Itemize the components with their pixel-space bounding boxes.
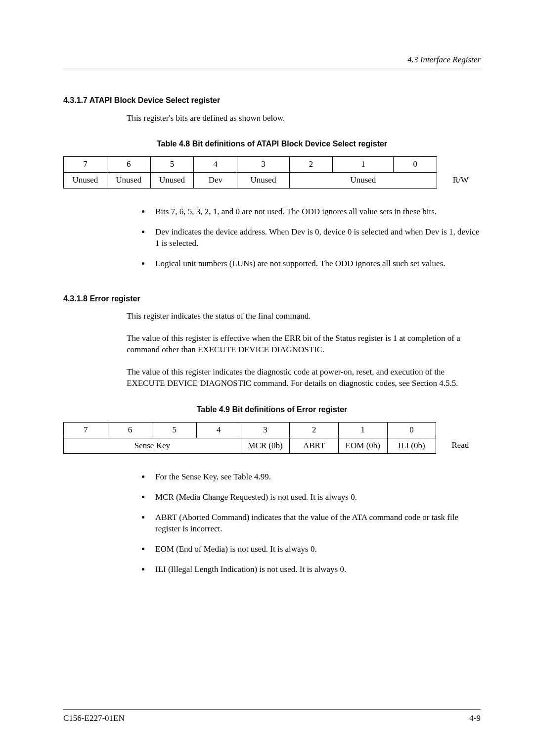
cell: Unused — [150, 173, 194, 189]
running-header: 4.3 Interface Register — [63, 54, 481, 66]
cell-sense-key: Sense Key — [64, 438, 241, 454]
table-header-row: 7 6 5 4 3 2 1 0 — [64, 422, 481, 438]
list-item: Bits 7, 6, 5, 3, 2, 1, and 0 are not use… — [150, 206, 481, 218]
bit-col: 1 — [338, 422, 387, 438]
bit-col: 2 — [289, 157, 333, 173]
list-item: ABRT (Aborted Command) indicates that th… — [150, 512, 481, 535]
cell: Dev — [194, 173, 237, 189]
section1-body: This register's bits are defined as show… — [127, 113, 481, 124]
cell: ILI (0b) — [387, 438, 436, 454]
table-row: Unused Unused Unused Dev Unused Unused R… — [64, 173, 481, 189]
section1-intro: This register's bits are defined as show… — [127, 113, 481, 124]
table-4-9: 7 6 5 4 3 2 1 0 Sense Key MCR (0b) ABRT … — [63, 422, 481, 454]
section2-p1: This register indicates the status of th… — [127, 311, 481, 322]
table-header-row: 7 6 5 4 3 2 1 0 — [64, 157, 481, 173]
table-caption-4-9: Table 4.9 Bit definitions of Error regis… — [63, 404, 481, 415]
list-item: Dev indicates the device address. When D… — [150, 227, 481, 249]
bit-col: 0 — [387, 422, 436, 438]
section2-p2: The value of this register is effective … — [127, 333, 481, 356]
cell: Unused — [289, 173, 437, 189]
cell: EOM (0b) — [338, 438, 387, 454]
page: 4.3 Interface Register 4.3.1.7 ATAPI Blo… — [0, 0, 534, 756]
section-heading-error: 4.3.1.8 Error register — [63, 293, 481, 304]
bit-col: 6 — [107, 157, 150, 173]
list-item: ILI (Illegal Length Indication) is not u… — [150, 564, 481, 575]
table-4-8: 7 6 5 4 3 2 1 0 Unused Unused Unused Dev… — [63, 156, 481, 189]
section1-bullets: Bits 7, 6, 5, 3, 2, 1, and 0 are not use… — [127, 206, 481, 270]
bit-col: 5 — [152, 422, 197, 438]
table-caption-4-8: Table 4.8 Bit definitions of ATAPI Block… — [63, 139, 481, 149]
bit-col: 6 — [108, 422, 152, 438]
cell: Unused — [107, 173, 150, 189]
list-item: EOM (End of Media) is not used. It is al… — [150, 544, 481, 555]
header-rule — [63, 68, 481, 68]
access-empty — [436, 422, 481, 438]
access-cell: R/W — [437, 173, 481, 189]
list-item: Logical unit numbers (LUNs) are not supp… — [150, 258, 481, 270]
bit-col: 3 — [237, 157, 289, 173]
section2-bullets: For the Sense Key, see Table 4.99. MCR (… — [127, 472, 481, 575]
bit-col: 3 — [241, 422, 290, 438]
bit-col: 2 — [290, 422, 339, 438]
bit-col: 7 — [64, 422, 108, 438]
bit-col: 0 — [394, 157, 437, 173]
section2-p3: The value of this register indicates the… — [127, 367, 481, 389]
list-item: MCR (Media Change Requested) is not used… — [150, 492, 481, 503]
page-footer: C156-E227-01EN 4-9 — [63, 706, 481, 724]
bit-col: 7 — [64, 157, 107, 173]
bit-col: 4 — [197, 422, 241, 438]
cell: MCR (0b) — [241, 438, 290, 454]
table-row: Sense Key MCR (0b) ABRT EOM (0b) ILI (0b… — [64, 438, 481, 454]
section2-body: This register indicates the status of th… — [127, 311, 481, 389]
bit-col: 5 — [150, 157, 194, 173]
access-empty — [437, 157, 481, 173]
cell: ABRT — [290, 438, 339, 454]
bit-col: 4 — [194, 157, 237, 173]
list-item: For the Sense Key, see Table 4.99. — [150, 472, 481, 483]
page-number: 4-9 — [469, 713, 481, 724]
bit-col: 1 — [333, 157, 394, 173]
footer-rule — [63, 709, 481, 710]
section-heading-atapi: 4.3.1.7 ATAPI Block Device Select regist… — [63, 95, 481, 106]
doc-id: C156-E227-01EN — [63, 713, 125, 724]
cell: Unused — [237, 173, 289, 189]
access-cell: Read — [436, 438, 481, 454]
cell: Unused — [64, 173, 107, 189]
